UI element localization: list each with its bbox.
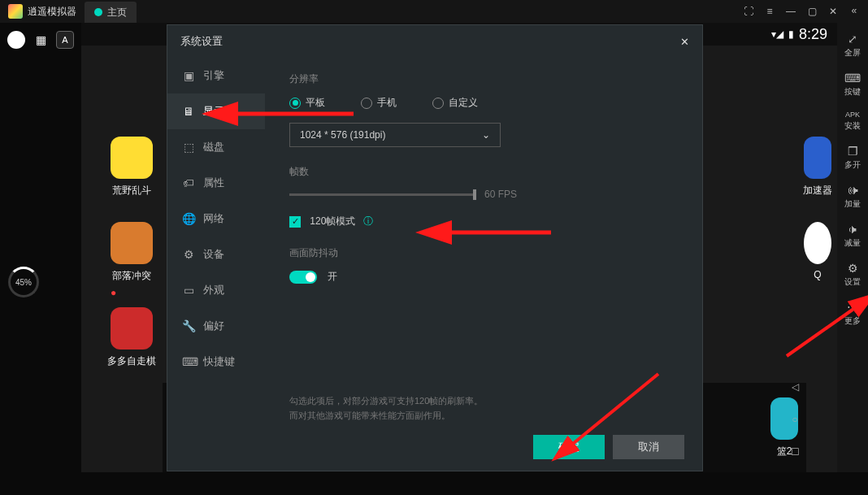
- app-name: 逍遥模拟器: [28, 5, 76, 19]
- rsb-install[interactable]: APK安装: [838, 106, 867, 137]
- settings-modal: 系统设置 ✕ ▣引擎 🖥显示 ⬚磁盘 🏷属性 🌐网络 ⚙设备 ▭外观 🔧偏好 ⌨…: [167, 24, 703, 471]
- fps-slider[interactable]: [289, 193, 476, 196]
- apps-grid-icon[interactable]: ▦: [32, 31, 50, 49]
- hint-text: 勾选此项后，对部分游戏可支持120帧的刷新率。 而对其他游戏可能带来性能方面副作…: [289, 393, 483, 423]
- fps-120-row[interactable]: ✓ 120帧模式 ⓘ: [289, 215, 678, 228]
- rsb-settings[interactable]: ⚙设置: [838, 257, 867, 293]
- cancel-button[interactable]: 取消: [613, 435, 684, 459]
- antishake-title: 画面防抖动: [289, 246, 678, 260]
- home-nav-icon[interactable]: ○: [792, 414, 797, 425]
- right-sidebar: ⤢全屏 ⌨按键 APK安装 ❐多开 🕪加量 🕩减量 ⚙设置 ⋯更多: [837, 23, 868, 472]
- keyboard-icon: ⌨: [182, 355, 195, 368]
- snav-display[interactable]: 🖥显示: [167, 93, 265, 129]
- snav-pref[interactable]: 🔧偏好: [167, 308, 265, 344]
- app-item[interactable]: ●多多自走棋: [107, 307, 156, 368]
- modal-title: 系统设置: [180, 34, 223, 49]
- text-a-icon[interactable]: A: [56, 31, 74, 49]
- fps-120-label: 120帧模式: [310, 215, 355, 227]
- modal-header: 系统设置 ✕: [167, 25, 702, 58]
- cog-icon: ⚙: [182, 248, 195, 261]
- home-apps-left: 荒野乱斗 部落冲突 ●多多自走棋: [107, 137, 156, 368]
- gear-icon: ⚙: [848, 262, 858, 275]
- settings-nav: ▣引擎 🖥显示 ⬚磁盘 🏷属性 🌐网络 ⚙设备 ▭外观 🔧偏好 ⌨快捷键: [167, 58, 265, 471]
- modal-close-icon[interactable]: ✕: [680, 36, 689, 48]
- snav-device[interactable]: ⚙设备: [167, 237, 265, 272]
- app-item[interactable]: 荒野乱斗: [107, 137, 156, 198]
- rsb-fullscreen[interactable]: ⤢全屏: [838, 28, 867, 63]
- modal-footer: 确定 取消: [533, 435, 684, 459]
- checkbox-checked-icon: ✓: [289, 216, 301, 228]
- progress-ring: 45%: [8, 267, 39, 297]
- app-item[interactable]: 部落冲突: [107, 222, 156, 283]
- app-item[interactable]: Q: [803, 222, 832, 280]
- resolution-radios: 平板 手机 自定义: [289, 96, 678, 110]
- antishake-label: 开: [328, 271, 337, 282]
- multi-icon: ❐: [848, 145, 858, 158]
- close-icon[interactable]: ✕: [822, 1, 844, 22]
- more-icon[interactable]: »: [844, 1, 865, 22]
- snav-attr[interactable]: 🏷属性: [167, 165, 265, 201]
- fullscreen-icon[interactable]: ⛶: [738, 1, 759, 22]
- globe-icon: 🌐: [182, 212, 195, 225]
- left-toolbar: ▦ A: [0, 23, 81, 472]
- fps-title: 帧数: [289, 165, 678, 179]
- wifi-icon: ▾◢: [771, 28, 783, 40]
- clock: 8:29: [799, 26, 827, 43]
- antishake-row[interactable]: 开: [289, 270, 678, 284]
- ok-button[interactable]: 确定: [533, 435, 605, 459]
- expand-icon: ⤢: [848, 33, 857, 46]
- monitor-icon: 🖥: [182, 105, 195, 118]
- menu-icon[interactable]: ≡: [759, 1, 780, 22]
- title-bar: 逍遥模拟器 主页 ⛶ ≡ — ▢ ✕ »: [0, 0, 868, 23]
- snav-network[interactable]: 🌐网络: [167, 201, 265, 237]
- snav-disk[interactable]: ⬚磁盘: [167, 129, 265, 165]
- app-logo: [8, 4, 23, 19]
- info-icon[interactable]: ⓘ: [363, 215, 373, 227]
- tag-icon: 🏷: [182, 176, 195, 189]
- engine-icon: ▣: [182, 69, 195, 82]
- rsb-volup[interactable]: 🕪加量: [838, 179, 867, 215]
- radio-custom[interactable]: 自定义: [432, 96, 478, 110]
- snav-engine[interactable]: ▣引擎: [167, 58, 265, 93]
- maximize-icon[interactable]: ▢: [801, 1, 822, 22]
- app-item[interactable]: 加速器: [803, 137, 832, 198]
- snav-hotkey[interactable]: ⌨快捷键: [167, 344, 265, 380]
- rsb-keymap[interactable]: ⌨按键: [838, 67, 867, 102]
- tab-icon: [94, 8, 102, 16]
- rsb-more[interactable]: ⋯更多: [838, 296, 867, 332]
- toggle-on-icon: [289, 271, 317, 284]
- home-apps-right: 加速器 Q: [803, 137, 832, 280]
- volume-up-icon: 🕪: [847, 184, 858, 197]
- battery-icon: ▮: [788, 28, 794, 40]
- fps-value: 60 FPS: [484, 189, 517, 200]
- minimize-icon[interactable]: —: [780, 1, 801, 22]
- volume-down-icon: 🕩: [847, 223, 858, 236]
- window-icon: ▭: [182, 284, 195, 297]
- home-icon[interactable]: [7, 31, 25, 49]
- snav-appearance[interactable]: ▭外观: [167, 272, 265, 308]
- keyboard-icon: ⌨: [844, 72, 861, 85]
- apk-icon: APK: [845, 111, 860, 119]
- disk-icon: ⬚: [182, 141, 195, 154]
- resolution-select[interactable]: 1024 * 576 (191dpi) ⌄: [289, 123, 501, 147]
- wrench-icon: 🔧: [182, 319, 195, 332]
- recents-icon[interactable]: ☐: [791, 446, 800, 458]
- chevron-down-icon: ⌄: [482, 129, 490, 141]
- tab-home[interactable]: 主页: [85, 2, 137, 23]
- rsb-voldown[interactable]: 🕩减量: [838, 218, 867, 254]
- android-nav: ◁ ○ ☐: [783, 381, 806, 458]
- resolution-title: 分辨率: [289, 72, 678, 86]
- dots-icon: ⋯: [847, 301, 858, 314]
- radio-tablet[interactable]: 平板: [289, 96, 325, 110]
- settings-content: 分辨率 平板 手机 自定义 1024 * 576 (191dpi) ⌄ 帧数 6…: [265, 58, 702, 471]
- rsb-multi[interactable]: ❐多开: [838, 140, 867, 176]
- radio-phone[interactable]: 手机: [361, 96, 397, 110]
- back-icon[interactable]: ◁: [792, 381, 799, 393]
- tab-label: 主页: [107, 6, 127, 20]
